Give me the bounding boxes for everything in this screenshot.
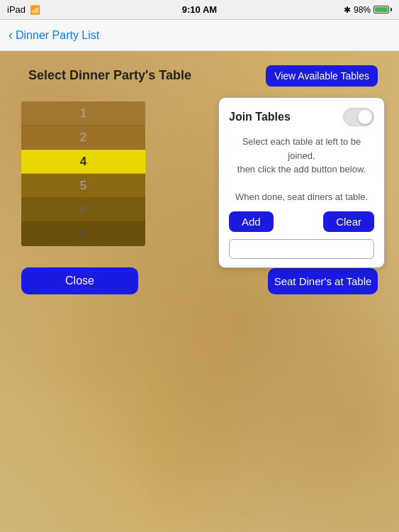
clear-button[interactable]: Clear — [323, 211, 374, 232]
instruction-line3: When done, seat diners at table. — [235, 192, 368, 202]
instruction-line1: Select each table at left to be joined, — [242, 136, 361, 161]
close-button[interactable]: Close — [21, 267, 138, 294]
join-instructions: Select each table at left to be joined, … — [229, 135, 374, 204]
nav-bar: ‹ Dinner Party List — [0, 20, 399, 51]
add-button[interactable]: Add — [229, 211, 274, 232]
join-text-field[interactable] — [229, 239, 374, 259]
back-button[interactable]: ‹ Dinner Party List — [9, 28, 99, 43]
battery-icon — [373, 6, 392, 13]
join-header: Join Tables — [229, 108, 374, 126]
back-label: Dinner Party List — [16, 29, 99, 42]
join-title: Join Tables — [229, 111, 291, 123]
table-selector: 1 2 4 5 6 8 — [21, 101, 145, 246]
status-right: ✱ 98% — [344, 5, 392, 15]
table-row[interactable]: 1 — [21, 101, 145, 126]
toggle-knob — [358, 110, 372, 124]
status-left: iPad 📶 — [7, 4, 40, 15]
section-title: Select Dinner Party's Table — [28, 68, 191, 83]
table-row[interactable]: 4 — [21, 150, 145, 174]
wifi-icon: 📶 — [30, 5, 40, 15]
main-row: 1 2 4 5 6 8 Join Tables Select each tabl… — [21, 101, 378, 246]
bottom-buttons-row: Close Seat Diner's at Table — [21, 267, 378, 294]
table-row[interactable]: 8 — [21, 222, 145, 246]
join-buttons-row: Add Clear — [229, 211, 374, 232]
seat-diners-button[interactable]: Seat Diner's at Table — [268, 268, 378, 294]
main-content: Select Dinner Party's Table View Availab… — [0, 51, 399, 532]
left-column: 1 2 4 5 6 8 — [21, 101, 145, 246]
table-row[interactable]: 5 — [21, 174, 145, 198]
battery-pct: 98% — [354, 5, 371, 15]
view-tables-button[interactable]: View Available Tables — [266, 65, 378, 87]
chevron-left-icon: ‹ — [9, 28, 13, 43]
join-tables-card: Join Tables Select each table at left to… — [218, 97, 385, 268]
join-toggle[interactable] — [343, 108, 374, 126]
table-row[interactable]: 2 — [21, 126, 145, 150]
bluetooth-icon: ✱ — [344, 5, 351, 15]
status-time: 9:10 AM — [182, 4, 217, 15]
status-bar: iPad 📶 9:10 AM ✱ 98% — [0, 0, 399, 20]
carrier-label: iPad — [7, 4, 26, 15]
table-row[interactable]: 6 — [21, 198, 145, 222]
instruction-line2: then click the add button below. — [237, 164, 366, 174]
